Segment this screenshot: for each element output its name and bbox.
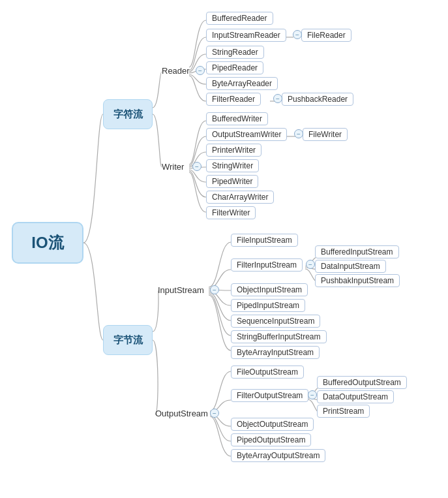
leaf-bufferedoutputstream: BufferedOutputStream <box>317 376 407 389</box>
reader-collapse-icon[interactable]: − <box>196 66 205 75</box>
writer-collapse-icon[interactable]: − <box>192 162 202 171</box>
leaf-filteroutputstream: FilterOutputStream <box>231 389 308 402</box>
leaf-datainputstream: DataInputStream <box>315 260 386 273</box>
leaf-chararraywriter: CharArrayWriter <box>206 191 274 204</box>
leaf-bytearrayinputstream: ByteArrayInputStream <box>231 346 320 359</box>
leaf-filewriter: FileWriter <box>303 128 348 141</box>
inputstream-collapse-icon[interactable]: − <box>210 285 219 294</box>
leaf-filereader: FileReader <box>301 29 351 42</box>
leaf-bytearrayoutputstream: ByteArrayOutputStream <box>231 449 325 462</box>
leaf-inputstreamreader: InputStreamReader <box>206 29 286 42</box>
leaf-fileoutputstream: FileOutputStream <box>231 366 304 379</box>
l2-writer: Writer <box>162 162 184 172</box>
leaf-buffered-reader: BufferedReader <box>206 12 273 25</box>
leaf-filterreader: FilterReader <box>206 93 261 106</box>
l2-reader: Reader <box>162 66 190 76</box>
leaf-objectoutputstream: ObjectOutputStream <box>231 418 314 431</box>
outputstream-collapse-icon[interactable]: − <box>210 409 219 418</box>
leaf-objectinputstream: ObjectInputStream <box>231 283 308 296</box>
leaf-pipedwriter: PipedWriter <box>206 175 258 188</box>
leaf-bufferedwriter: BufferedWriter <box>206 112 268 125</box>
leaf-dataoutputstream: DataOutputStream <box>317 390 394 403</box>
outputstreamwriter-collapse-icon[interactable]: − <box>294 129 303 138</box>
leaf-printstream: PrintStream <box>317 405 370 418</box>
leaf-bufferedinputstream: BufferedInputStream <box>315 245 399 258</box>
leaf-filterwriter: FilterWriter <box>206 206 256 219</box>
leaf-stringreader: StringReader <box>206 46 264 59</box>
leaf-fileinputstream: FileInputStream <box>231 234 298 247</box>
leaf-pipedinputstream: PipedInputStream <box>231 299 305 312</box>
filterinputstream-collapse-icon[interactable]: − <box>306 260 315 269</box>
leaf-pushbackreader: PushbackReader <box>282 93 353 106</box>
leaf-sequenceinputstream: SequenceInputStream <box>231 315 320 328</box>
filteroutputstream-collapse-icon[interactable]: − <box>308 390 317 399</box>
leaf-filterinputstream: FilterInputStream <box>231 258 303 272</box>
leaf-pipedoutputstream: PipedOutputStream <box>231 433 311 446</box>
leaf-pushbakinputstream: PushbakInputStream <box>315 274 400 287</box>
l1-char-node: 字符流 <box>103 99 153 129</box>
leaf-pipedreader: PipedReader <box>206 61 263 74</box>
inputstreamreader-collapse-icon[interactable]: − <box>293 30 302 39</box>
leaf-printerwriter: PrinterWriter <box>206 144 261 157</box>
leaf-stringbufferinputstream: StringBufferInputStream <box>231 330 327 343</box>
leaf-outputstreamwriter: OutputStreamWriter <box>206 128 287 141</box>
l2-outputstream: OutputStream <box>155 409 208 418</box>
leaf-bytearrayreader: ByteArrayReader <box>206 77 278 90</box>
leaf-stringwriter: StringWriter <box>206 159 259 172</box>
l1-byte-node: 字节流 <box>103 325 153 355</box>
root-node: IO流 <box>12 222 83 264</box>
filterreader-collapse-icon[interactable]: − <box>273 94 282 103</box>
mind-map: IO流 字符流 字节流 Reader − Writer − InputStrea… <box>0 0 448 498</box>
l2-inputstream: InputStream <box>158 285 204 295</box>
